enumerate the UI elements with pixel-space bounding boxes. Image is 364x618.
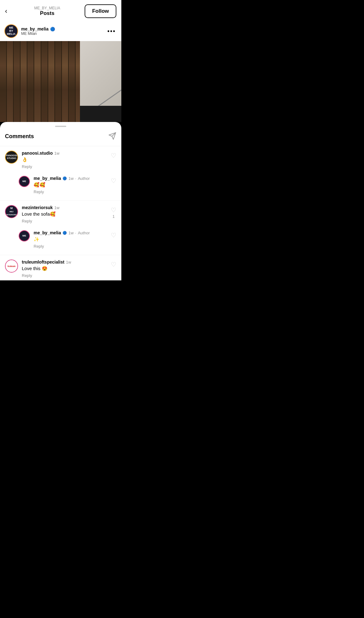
avatar: PANOOSISTUDIO	[5, 151, 18, 164]
comment-body: me_by_melia 🔵 1w · Author ✨ Reply	[34, 230, 105, 251]
comment-username: mezinteriorsuk	[22, 205, 53, 210]
send-icon	[108, 132, 116, 140]
post-location: ME Milan	[21, 31, 103, 36]
comment-time: 1w	[66, 260, 71, 265]
comment-item: truleum truleumloftspecialist 1w Love th…	[0, 255, 121, 280]
header-username: ME_BY_MELIA	[10, 6, 85, 10]
comment-body: me_by_melia 🔵 1w · Author 🥰🥰 Reply	[34, 176, 105, 197]
comments-panel: Comments PANOOSISTUDIO panoosi.studio 1w…	[0, 122, 121, 280]
comment-like: ♡	[111, 260, 116, 268]
avatar: ME	[19, 230, 30, 241]
comment-body: mezinteriorsuk 1w Love the sofa🥰 Reply	[22, 205, 105, 226]
comment-time: 1w	[54, 205, 60, 210]
author-label: Author	[78, 176, 90, 181]
verified-badge-icon: 🔵	[63, 231, 67, 235]
verified-badge-icon: 🔵	[63, 176, 67, 180]
back-button[interactable]: ‹	[5, 7, 10, 16]
avatar: truleum	[5, 260, 18, 273]
comment-text: Love this 😍	[22, 266, 105, 271]
comment-item: PANOOSISTUDIO panoosi.studio 1w 👌 Reply …	[0, 146, 121, 171]
like-button[interactable]: ♡	[111, 261, 116, 268]
comment-item: MMEZINTERIORS mezinteriorsuk 1w Love the…	[0, 201, 121, 226]
reply-link[interactable]: Reply	[22, 273, 105, 278]
comment-text: 👌	[22, 157, 105, 162]
post-image	[0, 41, 121, 122]
more-options-button[interactable]: •••	[106, 26, 117, 36]
post-header: MEBY MELIA me_by_melia 🔵 ME Milan •••	[0, 21, 121, 41]
comment-like: ♡	[111, 230, 116, 239]
comments-header: Comments	[0, 132, 121, 146]
header-center: ME_BY_MELIA Posts	[10, 6, 85, 16]
like-button[interactable]: ♡	[111, 177, 116, 185]
comment-like: ♡ 1	[111, 205, 116, 219]
comment-like: ♡	[111, 151, 116, 159]
avatar: ME	[19, 176, 30, 187]
drag-handle	[55, 126, 66, 127]
share-button[interactable]	[108, 132, 116, 141]
comment-username: me_by_melia	[34, 230, 61, 235]
comment-time: 1w	[68, 231, 74, 235]
follow-button[interactable]: Follow	[85, 4, 116, 18]
post-username: me_by_melia	[21, 26, 49, 31]
reply-link[interactable]: Reply	[22, 164, 105, 169]
post-avatar: MEBY MELIA	[4, 24, 18, 38]
header-title: Posts	[10, 10, 85, 16]
like-button[interactable]: ♡	[111, 152, 116, 159]
avatar: MMEZINTERIORS	[5, 205, 18, 218]
comment-username: me_by_melia	[34, 176, 61, 181]
comment-reply-item: ME me_by_melia 🔵 1w · Author ✨ Reply ♡	[0, 226, 121, 251]
comment-body: panoosi.studio 1w 👌 Reply	[22, 151, 105, 171]
reply-link[interactable]: Reply	[22, 219, 105, 223]
reply-link[interactable]: Reply	[34, 244, 105, 249]
comments-title: Comments	[5, 133, 34, 140]
comment-time: 1w	[68, 176, 74, 181]
author-label: Author	[78, 231, 90, 235]
like-button[interactable]: ♡	[111, 232, 116, 239]
post-info: me_by_melia 🔵 ME Milan	[21, 26, 103, 36]
comment-username: truleumloftspecialist	[22, 260, 64, 265]
comment-time: 1w	[54, 151, 60, 156]
comment-like: ♡	[111, 176, 116, 185]
comment-reply-item: ME me_by_melia 🔵 1w · Author 🥰🥰 Reply ♡	[0, 171, 121, 197]
comment-body: truleumloftspecialist 1w Love this 😍 Rep…	[22, 260, 105, 280]
comment-text: ✨	[34, 236, 105, 242]
verified-badge-icon: 🔵	[50, 27, 55, 31]
like-count: 1	[113, 214, 115, 219]
reply-link[interactable]: Reply	[34, 190, 105, 194]
comment-username: panoosi.studio	[22, 151, 53, 156]
comment-text: 🥰🥰	[34, 182, 105, 188]
like-button[interactable]: ♡	[111, 206, 116, 214]
comment-text: Love the sofa🥰	[22, 211, 105, 217]
